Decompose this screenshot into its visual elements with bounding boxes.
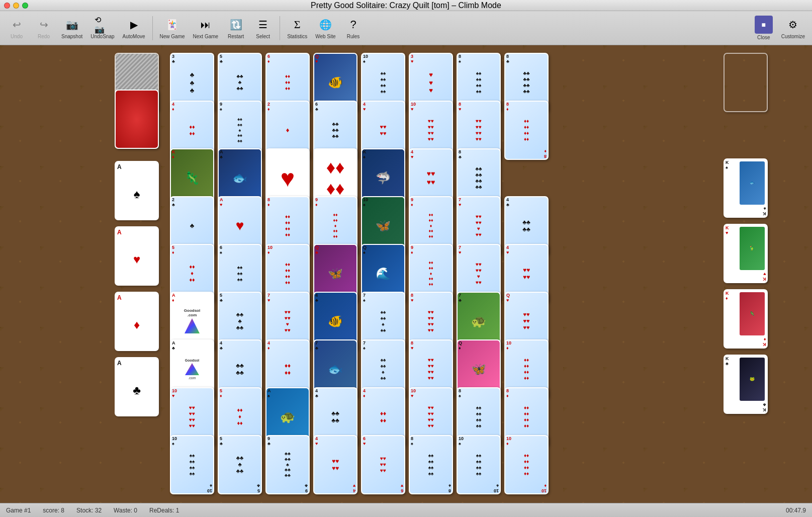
close-button[interactable]	[4, 3, 10, 9]
customize-button[interactable]: ⚙ Customize	[778, 15, 808, 41]
select-label: Select	[256, 34, 270, 39]
rules-label: Rules	[347, 34, 360, 39]
k-spades-right[interactable]: K♠ 🐟 K♠	[724, 158, 768, 218]
right-deco-top	[724, 53, 768, 112]
maximize-button[interactable]	[22, 3, 28, 9]
website-icon: 🌐	[317, 17, 333, 33]
card-r9c3[interactable]: 9♣ ♣♣♣♣♣♣♣♣♣ 9♣	[265, 435, 310, 494]
toolbar: ↩ Undo ↪ Redo 📷 Snapshot ⟲📷 UndoSnap ▶ A…	[0, 11, 812, 45]
titlebar: Pretty Good Solitaire: Crazy Quilt [tom]…	[0, 0, 812, 11]
customize-icon: ⚙	[785, 17, 801, 33]
score: score: 8	[43, 507, 64, 514]
nextgame-icon: ⏭	[198, 17, 214, 33]
select-button[interactable]: ☰ Select	[250, 15, 276, 41]
k-hearts-right[interactable]: K♥ 🦜 K♥	[724, 224, 768, 283]
customize-label: Customize	[781, 34, 805, 39]
card-r9c6[interactable]: 8♠ ♠♠♠♠♠♠♠♠ 8♠	[409, 435, 453, 494]
card-r9c7[interactable]: 10♠ ♠♠♠♠♠♠♠♠ 10♠	[457, 435, 501, 494]
redo-button[interactable]: ↪ Redo	[31, 15, 56, 41]
titlebar-title: Pretty Good Solitaire: Crazy Quilt [tom]…	[311, 1, 501, 10]
stock-count: Stock: 32	[76, 507, 102, 514]
undo-button[interactable]: ↩ Undo	[4, 15, 29, 41]
restart-button[interactable]: 🔃 Restart	[223, 15, 248, 41]
redeals-count: ReDeals: 1	[149, 507, 179, 514]
close-button-toolbar[interactable]: ■ Close	[751, 14, 776, 42]
ace-clubs-pile[interactable]: A ♣	[115, 357, 159, 416]
website-label: Web Site	[315, 34, 335, 39]
ace-spades-pile[interactable]: A ♠	[115, 161, 159, 220]
close-icon-toolbar: ■	[755, 16, 773, 34]
snapshot-button[interactable]: 📷 Snapshot	[58, 15, 85, 41]
card-r9c8[interactable]: 10♦ ♦♦♦♦♦♦♦♦ 10♦	[504, 435, 549, 494]
rules-icon: ?	[345, 17, 362, 33]
game-area: A ♠ A ♥ A ♦ A ♣ K♠ 🐟 K♠	[0, 45, 812, 503]
redo-label: Redo	[38, 34, 50, 39]
nextgame-button[interactable]: ⏭ Next Game	[190, 15, 222, 41]
snapshot-icon: 📷	[64, 17, 80, 33]
card-r2c8[interactable]: 8♦ ♦♦♦♦♦♦♦♦ 8♦	[504, 101, 549, 160]
newgame-icon: 🃏	[164, 17, 181, 33]
k-diamonds-right[interactable]: K♦ 🦎 K♦	[724, 289, 768, 349]
card-r9c4[interactable]: 4♥ ♥♥♥♥ 4♥	[313, 435, 357, 494]
statistics-icon: Σ	[289, 17, 305, 33]
separator-2	[280, 16, 280, 40]
automove-label: AutoMove	[123, 34, 145, 39]
card-r9c1[interactable]: 10♠ ♠♠♠♠♠♠♠♠ 10♠	[170, 435, 214, 494]
undo-label: Undo	[11, 34, 23, 39]
undosnap-label: UndoSnap	[91, 34, 114, 39]
automove-button[interactable]: ▶ AutoMove	[120, 15, 148, 41]
ace-diamonds-pile[interactable]: A ♦	[115, 292, 159, 351]
rules-button[interactable]: ? Rules	[341, 15, 366, 41]
card-r9c5[interactable]: 6♥ ♥♥♥♥♥♥ 6♥	[361, 435, 405, 494]
undo-icon: ↩	[9, 17, 25, 33]
minimize-button[interactable]	[13, 3, 19, 9]
snapshot-label: Snapshot	[61, 34, 82, 39]
separator-1	[152, 16, 153, 40]
card-r9c2[interactable]: 5♣ ♣♣♣♣♣ 5♣	[218, 435, 262, 494]
select-icon: ☰	[255, 17, 271, 33]
restart-label: Restart	[228, 34, 244, 39]
waste-count: Waste: 0	[114, 507, 137, 514]
newgame-label: New Game	[160, 34, 185, 39]
undosnap-button[interactable]: ⟲📷 UndoSnap	[87, 15, 117, 41]
nextgame-label: Next Game	[193, 34, 219, 39]
redo-icon: ↪	[36, 17, 52, 33]
game-number: Game #1	[6, 507, 31, 514]
statusbar: Game #1 score: 8 Stock: 32 Waste: 0 ReDe…	[0, 503, 812, 517]
waste-pile[interactable]	[115, 90, 159, 149]
timer: 00:47.9	[786, 507, 806, 514]
automove-icon: ▶	[126, 17, 142, 33]
k-clubs-right[interactable]: K♣ 🐸 K♣	[724, 355, 768, 414]
statistics-button[interactable]: Σ Statistics	[284, 15, 310, 41]
close-label: Close	[757, 35, 770, 40]
ace-hearts-pile[interactable]: A ♥	[115, 226, 159, 286]
newgame-button[interactable]: 🃏 New Game	[157, 15, 188, 41]
statistics-label: Statistics	[287, 34, 307, 39]
waste-back	[116, 91, 158, 148]
titlebar-buttons	[4, 3, 28, 9]
restart-icon: 🔃	[228, 17, 244, 33]
undosnap-icon: ⟲📷	[95, 17, 111, 33]
website-button[interactable]: 🌐 Web Site	[312, 15, 338, 41]
